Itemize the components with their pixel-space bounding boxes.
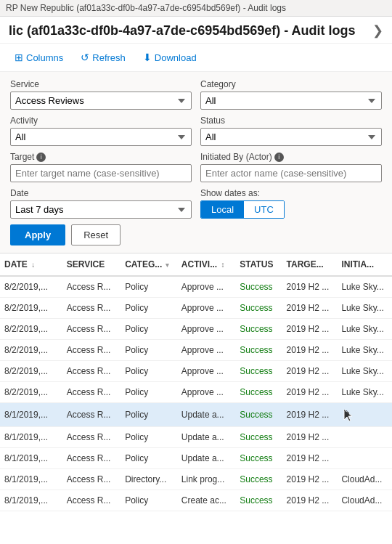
category-label: Category bbox=[200, 79, 382, 89]
filter-panel: Service Access Reviews All Azure AD Cate… bbox=[0, 72, 392, 253]
cell-status: Success bbox=[235, 298, 282, 319]
cell-status: Success bbox=[235, 490, 282, 511]
col-activity[interactable]: ACTIVI... ↕ bbox=[177, 253, 235, 276]
target-label: Target i bbox=[10, 152, 192, 162]
table-row[interactable]: 8/2/2019,...Access R...PolicyApprove ...… bbox=[0, 319, 392, 340]
cell-initiated: 🖱 bbox=[337, 403, 392, 427]
cell-date: 8/2/2019,... bbox=[0, 298, 62, 319]
cursor-pointer: 🖱 bbox=[343, 408, 353, 421]
cell-category: Policy bbox=[121, 490, 177, 511]
table-row[interactable]: 8/1/2019,...Access R...PolicyUpdate a...… bbox=[0, 403, 392, 427]
cell-category: Policy bbox=[121, 319, 177, 340]
columns-label: Columns bbox=[26, 52, 63, 63]
initiatedby-info-icon[interactable]: i bbox=[274, 153, 284, 162]
cell-service: Access R... bbox=[62, 361, 121, 382]
table-row[interactable]: 8/1/2019,...Access R...PolicyCreate ac..… bbox=[0, 490, 392, 511]
cell-target: 2019 H2 ... bbox=[282, 382, 338, 403]
initiatedby-group: Initiated By (Actor) i bbox=[200, 152, 382, 182]
category-group: Category All Policy Directory bbox=[200, 79, 382, 110]
filter-row-1: Service Access Reviews All Azure AD Cate… bbox=[10, 79, 382, 110]
date-select[interactable]: Last 7 days Last 24 hours Last 30 days C… bbox=[10, 200, 192, 219]
cell-date: 8/2/2019,... bbox=[0, 276, 62, 298]
cell-activity: Update a... bbox=[177, 427, 235, 448]
toolbar: ⊞ Columns ↺ Refresh ⬇ Download bbox=[0, 44, 392, 72]
cell-activity: Approve ... bbox=[177, 340, 235, 361]
service-select[interactable]: Access Reviews All Azure AD bbox=[10, 92, 192, 110]
cell-date: 8/1/2019,... bbox=[0, 448, 62, 469]
activity-group: Activity All Approve Update bbox=[10, 115, 192, 146]
cell-target: 2019 H2 ... bbox=[282, 276, 338, 298]
table-row[interactable]: 8/2/2019,...Access R...PolicyApprove ...… bbox=[0, 340, 392, 361]
table-row[interactable]: 8/2/2019,...Access R...PolicyApprove ...… bbox=[0, 361, 392, 382]
initiatedby-input[interactable] bbox=[200, 164, 382, 182]
cell-target: 2019 H2 ... bbox=[282, 490, 338, 511]
cell-category: Policy bbox=[121, 340, 177, 361]
cell-status: Success bbox=[235, 340, 282, 361]
cell-service: Access R... bbox=[62, 469, 121, 490]
action-row: Apply Reset bbox=[10, 224, 382, 245]
title-bar: RP New Republic (af01a33c-df0b-4a97-a7de… bbox=[0, 0, 392, 17]
cell-date: 8/2/2019,... bbox=[0, 382, 62, 403]
columns-button[interactable]: ⊞ Columns bbox=[7, 48, 70, 67]
cell-status: Success bbox=[235, 403, 282, 427]
title-bar-text: RP New Republic (af01a33c-df0b-4a97-a7de… bbox=[6, 3, 286, 13]
cell-target: 2019 H2 ... bbox=[282, 448, 338, 469]
table-row[interactable]: 8/2/2019,...Access R...PolicyApprove ...… bbox=[0, 298, 392, 319]
target-info-icon[interactable]: i bbox=[36, 153, 46, 162]
table-row[interactable]: 8/2/2019,...Access R...PolicyApprove ...… bbox=[0, 276, 392, 298]
cell-activity: Approve ... bbox=[177, 319, 235, 340]
target-input[interactable] bbox=[10, 164, 192, 182]
filter-row-4: Date Last 7 days Last 24 hours Last 30 d… bbox=[10, 188, 382, 219]
cell-status: Success bbox=[235, 382, 282, 403]
service-group: Service Access Reviews All Azure AD bbox=[10, 79, 192, 110]
col-initiated[interactable]: INITIA... bbox=[337, 253, 392, 276]
table-row[interactable]: 8/1/2019,...Access R...PolicyUpdate a...… bbox=[0, 448, 392, 469]
cell-target: 2019 H2 ... bbox=[282, 298, 338, 319]
cell-initiated: Luke Sky... bbox=[337, 276, 392, 298]
activity-label: Activity bbox=[10, 115, 192, 126]
apply-button[interactable]: Apply bbox=[10, 224, 65, 245]
utc-toggle-button[interactable]: UTC bbox=[244, 201, 284, 218]
cell-target: 2019 H2 ... bbox=[282, 403, 338, 427]
cell-activity: Update a... bbox=[177, 403, 235, 427]
header-row: DATE ↓ SERVICE CATEG... ▾ ACTIVI... ↕ ST… bbox=[0, 253, 392, 276]
cell-category: Directory... bbox=[121, 469, 177, 490]
col-category[interactable]: CATEG... ▾ bbox=[121, 253, 177, 276]
col-status[interactable]: STATUS bbox=[235, 253, 282, 276]
cell-status: Success bbox=[235, 448, 282, 469]
cell-activity: Approve ... bbox=[177, 361, 235, 382]
show-dates-group: Show dates as: Local UTC bbox=[200, 188, 382, 219]
cell-date: 8/2/2019,... bbox=[0, 361, 62, 382]
target-group: Target i bbox=[10, 152, 192, 182]
sort-icon-date: ↓ bbox=[31, 261, 35, 269]
local-toggle-button[interactable]: Local bbox=[201, 201, 244, 218]
status-select[interactable]: All Success Failure bbox=[200, 128, 382, 146]
table-row[interactable]: 8/1/2019,...Access R...Directory...Link … bbox=[0, 469, 392, 490]
col-date[interactable]: DATE ↓ bbox=[0, 253, 62, 276]
cell-initiated: CloudAd... bbox=[337, 490, 392, 511]
table-row[interactable]: 8/1/2019,...Access R...PolicyUpdate a...… bbox=[0, 427, 392, 448]
cell-activity: Approve ... bbox=[177, 298, 235, 319]
reset-button[interactable]: Reset bbox=[71, 224, 121, 245]
activity-select[interactable]: All Approve Update bbox=[10, 128, 192, 146]
date-label: Date bbox=[10, 188, 192, 198]
col-service[interactable]: SERVICE bbox=[62, 253, 121, 276]
table-row[interactable]: 8/2/2019,...Access R...PolicyApprove ...… bbox=[0, 382, 392, 403]
refresh-icon: ↺ bbox=[81, 52, 89, 63]
table-container: DATE ↓ SERVICE CATEG... ▾ ACTIVI... ↕ ST… bbox=[0, 253, 392, 511]
refresh-label: Refresh bbox=[92, 52, 126, 63]
status-label: Status bbox=[200, 115, 382, 126]
cell-category: Policy bbox=[121, 448, 177, 469]
cell-category: Policy bbox=[121, 276, 177, 298]
col-target[interactable]: TARGE... bbox=[282, 253, 338, 276]
cell-status: Success bbox=[235, 469, 282, 490]
cell-category: Policy bbox=[121, 361, 177, 382]
category-select[interactable]: All Policy Directory bbox=[200, 92, 382, 110]
refresh-button[interactable]: ↺ Refresh bbox=[73, 48, 133, 67]
download-button[interactable]: ⬇ Download bbox=[136, 48, 204, 67]
cell-status: Success bbox=[235, 276, 282, 298]
cell-date: 8/2/2019,... bbox=[0, 319, 62, 340]
cell-target: 2019 H2 ... bbox=[282, 361, 338, 382]
cell-initiated: Luke Sky... bbox=[337, 319, 392, 340]
status-group: Status All Success Failure bbox=[200, 115, 382, 146]
